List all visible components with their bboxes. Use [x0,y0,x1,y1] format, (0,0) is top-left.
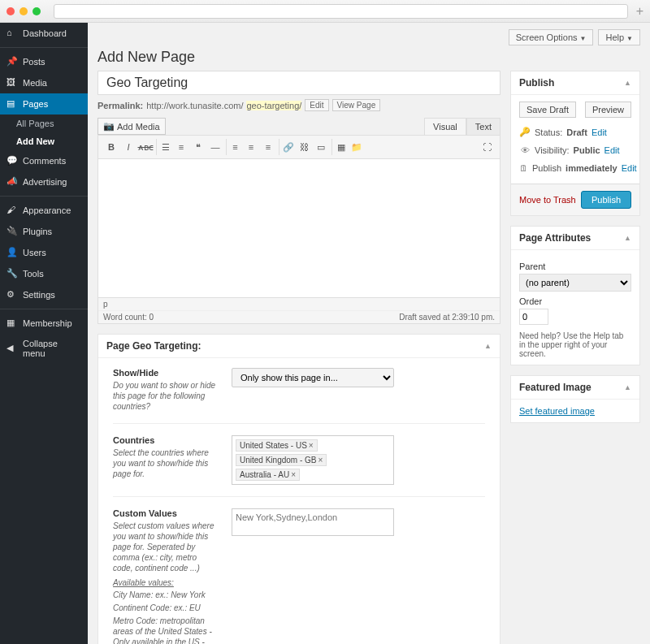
new-tab-icon[interactable]: + [636,4,644,19]
ol-button[interactable]: ≡ [173,139,189,155]
menu-media[interactable]: 🖾Media [0,72,88,93]
menu-tools[interactable]: 🔧Tools [0,263,88,284]
admin-sidebar: ⌂Dashboard 📌Posts 🖾Media ▤Pages All Page… [0,23,88,644]
page-attributes-header[interactable]: Page Attributes▲ [511,227,639,250]
screen-options-button[interactable]: Screen Options▼ [509,29,594,45]
url-bar[interactable] [54,4,628,19]
toolbar-toggle-button[interactable]: ▦ [332,139,348,155]
geo-available-label: Available values: [113,578,219,587]
megaphone-icon: 📣 [6,176,18,188]
help-button[interactable]: Help▼ [598,29,640,45]
window-close-dot[interactable] [6,7,15,15]
comment-icon: 💬 [6,155,18,166]
menu-settings[interactable]: ⚙Settings [0,284,88,305]
more-button[interactable]: ▭ [313,139,329,155]
menu-posts[interactable]: 📌Posts [0,47,88,72]
permalink-row: Permalink: http://work.tunasite.com/geo-… [98,99,500,111]
geo-countries-label: Countries [113,435,219,445]
page-heading: Add New Page [98,49,640,66]
key-icon: 🔑 [519,127,531,137]
save-draft-button[interactable]: Save Draft [519,102,576,118]
submenu-all-pages[interactable]: All Pages [0,115,88,132]
preview-button[interactable]: Preview [585,102,631,118]
remove-tag-icon[interactable]: × [291,470,296,479]
add-media-button[interactable]: 📷Add Media [98,118,166,135]
submenu-add-new[interactable]: Add New [0,132,88,150]
align-left-button[interactable]: ≡ [226,139,242,155]
menu-appearance[interactable]: 🖌Appearance [0,196,88,221]
chevron-up-icon: ▲ [624,383,631,391]
wrench-icon: 🔧 [6,268,18,279]
menu-collapse[interactable]: ◀Collapse menu [0,334,88,363]
geo-showhide-select[interactable]: Only show this page in... [232,368,394,387]
geo-example-city: City Name: ex.: New York [113,590,219,600]
geo-custom-desc: Select custom values where you want to s… [113,521,219,573]
tab-text[interactable]: Text [466,118,500,135]
edit-status-link[interactable]: Edit [592,128,607,137]
bold-button[interactable]: B [103,139,119,155]
camera-icon: 📷 [103,121,115,132]
pin-icon: 📌 [6,56,18,67]
align-right-button[interactable]: ≡ [260,139,276,155]
featured-image-header[interactable]: Featured Image▲ [511,376,639,400]
collapse-icon: ◀ [6,343,18,354]
edit-visibility-link[interactable]: Edit [604,145,620,155]
order-input[interactable] [519,309,548,325]
geo-showhide-label: Show/Hide [113,368,219,378]
geo-countries-input[interactable]: United States - US× United Kingdom - GB×… [232,435,394,485]
publish-box-header[interactable]: Publish▲ [511,71,639,95]
geo-countries-desc: Select the countries where you want to s… [113,447,219,479]
menu-membership[interactable]: ▦Membership [0,309,88,334]
chevron-up-icon: ▲ [484,342,492,350]
country-tag: Australia - AU× [236,469,300,481]
brush-icon: 🖌 [6,205,18,216]
menu-dashboard[interactable]: ⌂Dashboard [0,23,88,44]
attrs-help: Need help? Use the Help tab in the upper… [519,331,631,358]
edit-permalink-button[interactable]: Edit [305,99,328,111]
hr-button[interactable]: — [207,139,223,155]
media-icon: 🖾 [6,77,18,89]
editor-path: p [98,297,500,310]
publish-button[interactable]: Publish [581,191,631,209]
menu-users[interactable]: 👤Users [0,242,88,263]
window-max-dot[interactable] [32,7,41,15]
plug-icon: 🔌 [6,226,18,237]
eye-icon: 👁 [519,145,531,155]
country-tag: United Kingdom - GB× [236,454,327,466]
geo-showhide-desc: Do you want to show or hide this page fo… [113,380,219,412]
trash-link[interactable]: Move to Trash [519,195,576,205]
edit-date-link[interactable]: Edit [622,163,637,173]
permalink-slug: geo-targeting/ [246,101,301,110]
align-center-button[interactable]: ≡ [243,139,259,155]
title-input[interactable] [98,71,500,95]
country-tag: United States - US× [236,439,318,452]
order-label: Order [519,296,631,306]
fullscreen-button[interactable]: ⛶ [479,139,495,155]
editor-canvas[interactable] [98,159,500,297]
menu-plugins[interactable]: 🔌Plugins [0,221,88,242]
remove-tag-icon[interactable]: × [318,456,323,465]
link-button[interactable]: 🔗 [279,139,295,155]
menu-pages[interactable]: ▤Pages [0,93,88,115]
parent-select[interactable]: (no parent) [519,274,631,292]
set-featured-image-link[interactable]: Set featured image [519,406,595,416]
geo-targeting-header[interactable]: Page Geo Targeting:▲ [98,335,500,358]
italic-button[interactable]: I [120,139,136,155]
geo-custom-textarea[interactable] [232,508,394,536]
strike-button[interactable]: ᴀʙᴄ [137,139,154,155]
ul-button[interactable]: ☰ [156,139,172,155]
geo-example-metro: Metro Code: metropolitan areas of the Un… [113,616,219,644]
unlink-button[interactable]: ⛓ [296,139,312,155]
tab-visual[interactable]: Visual [424,118,466,135]
window-min-dot[interactable] [20,7,28,15]
menu-advertising[interactable]: 📣Advertising [0,171,88,192]
page-icon: ▤ [6,98,18,110]
menu-comments[interactable]: 💬Comments [0,150,88,171]
browser-titlebar: + [0,0,650,23]
folder-button[interactable]: 📁 [349,139,365,155]
view-page-button[interactable]: View Page [332,99,381,111]
word-count: Word count: 0 [103,313,154,322]
calendar-icon: 🗓 [519,163,528,173]
remove-tag-icon[interactable]: × [309,441,314,450]
quote-button[interactable]: ❝ [190,139,206,155]
